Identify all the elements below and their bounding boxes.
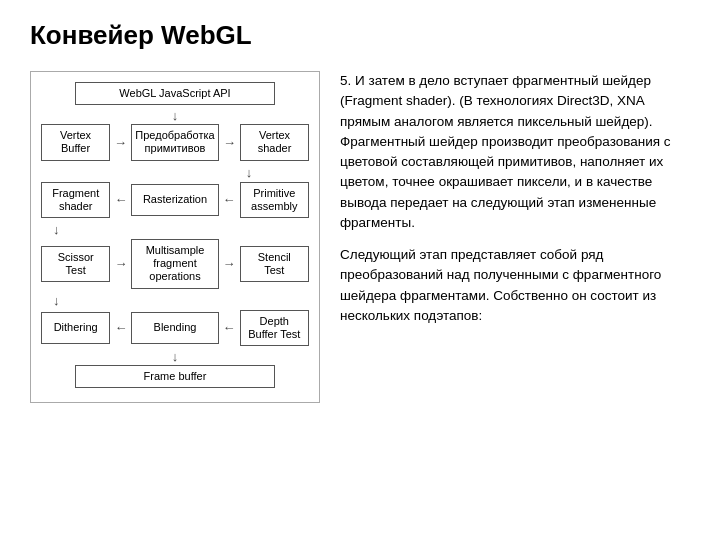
box-rasterization: Rasterization bbox=[131, 184, 218, 216]
diagram-row-frame: Frame buffer bbox=[41, 365, 309, 388]
box-webgl-api: WebGL JavaScript API bbox=[75, 82, 275, 105]
box-frame-buffer: Frame buffer bbox=[75, 365, 275, 388]
box-vertex-buffer: Vertex Buffer bbox=[41, 124, 110, 160]
diagram-row-2: Vertex Buffer → Предобработка примитивов… bbox=[41, 124, 309, 160]
paragraph-2: Следующий этап представляет собой ряд пр… bbox=[340, 245, 690, 326]
main-content: WebGL JavaScript API ↓ Vertex Buffer → П… bbox=[30, 71, 690, 403]
arrow-r8: ← bbox=[223, 320, 236, 335]
box-preprocess: Предобработка примитивов bbox=[131, 124, 219, 160]
diagram-row-5: Dithering ← Blending ← Depth Buffer Test bbox=[41, 310, 309, 346]
page-title: Конвейер WebGL bbox=[30, 20, 690, 51]
box-fragment-shader: Fragment shader bbox=[41, 182, 110, 218]
arrow-r2: → bbox=[223, 135, 236, 150]
description-panel: 5. И затем в дело вступает фрагментный ш… bbox=[340, 71, 690, 338]
arrow-r1: → bbox=[114, 135, 127, 150]
box-stencil-test: Stencil Test bbox=[240, 246, 309, 282]
box-primitive-assembly: Primitive assembly bbox=[240, 182, 309, 218]
webgl-pipeline-diagram: WebGL JavaScript API ↓ Vertex Buffer → П… bbox=[30, 71, 320, 403]
box-depth-buffer: Depth Buffer Test bbox=[240, 310, 309, 346]
box-dithering: Dithering bbox=[41, 312, 110, 344]
box-scissor-test: Scissor Test bbox=[41, 246, 110, 282]
box-vertex-shader: Vertex shader bbox=[240, 124, 309, 160]
box-blending: Blending bbox=[131, 312, 218, 344]
arrow-r7: ← bbox=[114, 320, 127, 335]
diagram-row-4: Scissor Test → Multisample fragment oper… bbox=[41, 239, 309, 289]
arrow-r6: → bbox=[223, 256, 236, 271]
arrow-r4: ← bbox=[223, 192, 236, 207]
paragraph-1: 5. И затем в дело вступает фрагментный ш… bbox=[340, 71, 690, 233]
arrow-r5: → bbox=[114, 256, 127, 271]
arrow-1: ↓ bbox=[41, 109, 309, 122]
diagram-row-api: WebGL JavaScript API bbox=[41, 82, 309, 105]
diagram-row-3: Fragment shader ← Rasterization ← Primit… bbox=[41, 182, 309, 218]
arrow-last: ↓ bbox=[41, 350, 309, 363]
arrow-r3: ← bbox=[114, 192, 127, 207]
box-multisample: Multisample fragment operations bbox=[131, 239, 218, 289]
